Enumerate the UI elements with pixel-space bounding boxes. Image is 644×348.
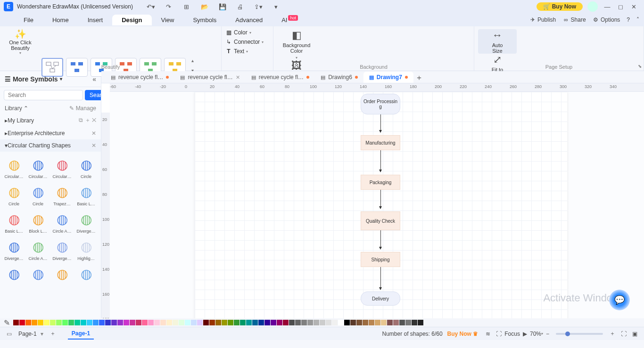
flow-arrow[interactable]: [380, 150, 381, 172]
menu-home[interactable]: Home: [43, 15, 78, 25]
flow-arrow[interactable]: [380, 190, 381, 209]
one-click-beautify-button[interactable]: ✨ One Click Beautify ▾: [4, 28, 37, 55]
color-swatch[interactable]: [326, 320, 331, 325]
shape-thumbnail[interactable]: ◍Diverge…: [3, 236, 25, 262]
undo-button[interactable]: ↶▾: [144, 2, 157, 11]
fit-page-icon[interactable]: ⛶: [621, 331, 627, 337]
shape-thumbnail[interactable]: ◍Circular…: [51, 154, 73, 180]
close-window-button[interactable]: ✕: [627, 2, 640, 11]
lib-new-icon[interactable]: ⧉: [79, 117, 83, 123]
page-tab-active[interactable]: Page-1: [68, 328, 94, 340]
doc-tab[interactable]: ▤Drawing6: [315, 72, 363, 83]
shape-thumbnail[interactable]: ◍Circle A…: [51, 209, 73, 235]
close-icon[interactable]: ✕: [91, 142, 96, 149]
publish-button[interactable]: ✈ Publish: [529, 16, 556, 23]
shape-thumbnail[interactable]: ◍Diverge…: [75, 209, 97, 235]
flow-node-packaging[interactable]: Packaging: [361, 175, 400, 190]
color-swatch[interactable]: [130, 320, 135, 325]
color-swatch[interactable]: [117, 320, 123, 325]
qat-more-button[interactable]: ▾: [270, 2, 283, 11]
color-swatch[interactable]: [87, 320, 92, 325]
color-swatch[interactable]: [99, 320, 105, 325]
collapse-ribbon-button[interactable]: ˄: [636, 16, 639, 23]
doc-tab[interactable]: ▤revenue cycle fl…: [105, 72, 174, 83]
symbol-search-button[interactable]: Search: [85, 90, 101, 100]
color-swatch[interactable]: [356, 320, 362, 325]
drawing-page[interactable]: Order Processin g Manufacturing Packagin…: [195, 92, 567, 318]
color-swatch[interactable]: [191, 320, 197, 325]
color-swatch[interactable]: [399, 320, 405, 325]
open-button[interactable]: 📂: [198, 2, 211, 11]
menu-view[interactable]: View: [152, 15, 184, 25]
color-swatch[interactable]: [264, 320, 270, 325]
color-swatch[interactable]: [13, 320, 19, 325]
help-chat-bubble[interactable]: 💬: [609, 290, 630, 310]
color-swatch[interactable]: [25, 320, 31, 325]
library-my-library[interactable]: ▸ My Library ⧉ ＋ ✕: [0, 113, 101, 127]
color-swatch[interactable]: [289, 320, 295, 325]
color-swatch[interactable]: [375, 320, 380, 325]
color-swatch[interactable]: [136, 320, 141, 325]
save-button[interactable]: 💾: [216, 2, 229, 11]
color-swatch[interactable]: [197, 320, 203, 325]
color-swatch[interactable]: [283, 320, 289, 325]
close-tab-icon[interactable]: ✕: [236, 74, 240, 81]
color-swatch[interactable]: [271, 320, 276, 325]
color-swatch[interactable]: [246, 320, 252, 325]
flow-arrow[interactable]: [380, 114, 381, 132]
color-swatch[interactable]: [93, 320, 99, 325]
color-swatch[interactable]: [185, 320, 190, 325]
eyedropper-icon[interactable]: ✎: [4, 318, 10, 327]
flow-arrow[interactable]: [380, 230, 381, 249]
redo-button[interactable]: ↷: [162, 2, 175, 11]
library-enterprise[interactable]: ▸ Enterprise Architecture✕: [0, 127, 101, 139]
color-swatch[interactable]: [173, 320, 178, 325]
shape-thumbnail[interactable]: ◍Diverge…: [51, 236, 73, 262]
page-tab-selector[interactable]: Page-1 ▾: [15, 330, 47, 338]
shape-thumbnail[interactable]: ◍: [27, 264, 49, 283]
theme-up-button[interactable]: ▴: [191, 58, 198, 63]
color-swatch[interactable]: [32, 320, 37, 325]
color-swatch[interactable]: [363, 320, 368, 325]
library-circular[interactable]: ▾ Circular Charting Shapes✕: [0, 139, 101, 152]
menu-symbols[interactable]: Symbols: [183, 15, 226, 25]
color-swatch[interactable]: [240, 320, 246, 325]
presentation-icon[interactable]: ▶: [523, 331, 527, 337]
auto-size-button[interactable]: ↔Auto Size: [478, 29, 517, 54]
shape-thumbnail[interactable]: ◍Circular…: [27, 154, 49, 180]
options-button[interactable]: ⚙ Options: [593, 16, 620, 23]
flow-node-manufacturing[interactable]: Manufacturing: [361, 135, 400, 150]
color-swatch[interactable]: [381, 320, 387, 325]
color-swatch[interactable]: [111, 320, 117, 325]
color-swatch[interactable]: [160, 320, 166, 325]
flow-node-shipping[interactable]: Shipping: [361, 252, 400, 267]
flow-node-delivery[interactable]: Delivery: [361, 291, 400, 306]
color-swatch[interactable]: [350, 320, 356, 325]
color-swatch[interactable]: [222, 320, 227, 325]
menu-insert[interactable]: Insert: [78, 15, 113, 25]
color-swatch[interactable]: [344, 320, 350, 325]
color-swatch[interactable]: [307, 320, 313, 325]
menu-design[interactable]: Design: [112, 15, 151, 25]
color-swatch[interactable]: [277, 320, 282, 325]
flow-node-order-processing[interactable]: Order Processin g: [361, 94, 400, 114]
lib-add-icon[interactable]: ＋: [85, 117, 91, 123]
color-swatch[interactable]: [142, 320, 148, 325]
symbol-search-input[interactable]: [4, 90, 83, 100]
user-avatar[interactable]: [587, 1, 598, 12]
color-swatch[interactable]: [38, 320, 43, 325]
menu-file[interactable]: File: [14, 15, 43, 25]
color-swatch[interactable]: [166, 320, 172, 325]
doc-tab[interactable]: ▤Drawing7: [363, 72, 413, 83]
new-button[interactable]: ⊞: [180, 2, 193, 11]
library-label[interactable]: Library ⌃: [5, 105, 28, 112]
color-swatch[interactable]: [62, 320, 68, 325]
color-swatch[interactable]: [215, 320, 221, 325]
add-page-button[interactable]: ＋: [50, 330, 56, 338]
page-setup-launcher[interactable]: ⬊: [638, 64, 642, 69]
shape-thumbnail[interactable]: ◍Circle: [27, 182, 49, 207]
shape-thumbnail[interactable]: ◍Circle: [75, 154, 97, 180]
share-button[interactable]: ∞ Share: [562, 16, 586, 23]
shape-thumbnail[interactable]: ◍Circle A…: [27, 236, 49, 262]
print-button[interactable]: 🖨: [234, 2, 247, 11]
